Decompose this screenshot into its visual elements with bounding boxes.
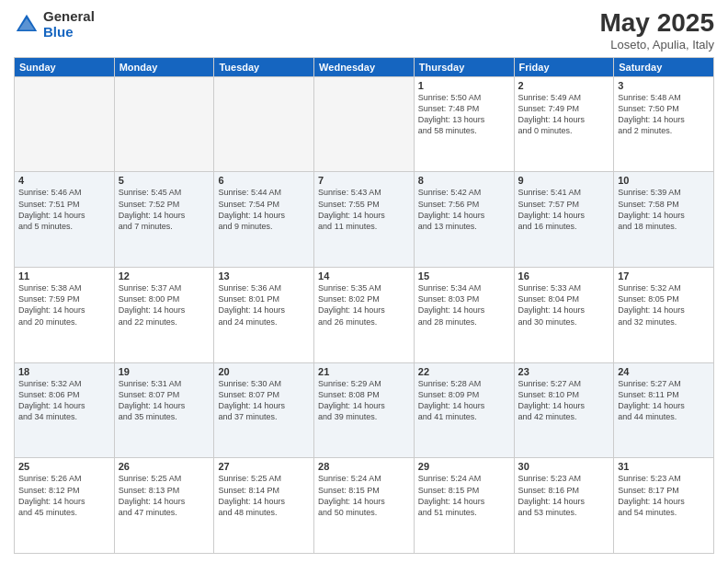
day-info: Sunrise: 5:26 AM Sunset: 8:12 PM Dayligh… bbox=[18, 473, 110, 518]
day-info: Sunrise: 5:34 AM Sunset: 8:03 PM Dayligh… bbox=[418, 282, 510, 327]
day-number: 11 bbox=[18, 270, 110, 282]
day-info: Sunrise: 5:25 AM Sunset: 8:14 PM Dayligh… bbox=[218, 473, 310, 518]
day-number: 23 bbox=[518, 366, 610, 377]
day-number: 1 bbox=[418, 80, 510, 91]
calendar: Sunday Monday Tuesday Wednesday Thursday… bbox=[14, 57, 714, 554]
calendar-cell: 29Sunrise: 5:24 AM Sunset: 8:15 PM Dayli… bbox=[414, 458, 514, 554]
calendar-cell: 9Sunrise: 5:41 AM Sunset: 7:57 PM Daylig… bbox=[514, 172, 614, 268]
day-number: 15 bbox=[418, 270, 510, 282]
calendar-cell: 21Sunrise: 5:29 AM Sunset: 8:08 PM Dayli… bbox=[314, 362, 415, 458]
day-number: 5 bbox=[119, 175, 210, 186]
page: General Blue May 2025 Loseto, Apulia, It… bbox=[0, 0, 728, 563]
day-number: 6 bbox=[218, 175, 310, 186]
day-number: 14 bbox=[318, 270, 410, 282]
calendar-cell: 5Sunrise: 5:45 AM Sunset: 7:52 PM Daylig… bbox=[114, 172, 214, 268]
calendar-cell: 19Sunrise: 5:31 AM Sunset: 8:07 PM Dayli… bbox=[114, 362, 214, 458]
day-info: Sunrise: 5:42 AM Sunset: 7:56 PM Dayligh… bbox=[418, 187, 510, 232]
day-number: 12 bbox=[119, 270, 210, 282]
day-number: 26 bbox=[119, 461, 210, 472]
title-block: May 2025 Loseto, Apulia, Italy bbox=[599, 9, 714, 52]
calendar-cell: 28Sunrise: 5:24 AM Sunset: 8:15 PM Dayli… bbox=[314, 458, 415, 554]
day-info: Sunrise: 5:45 AM Sunset: 7:52 PM Dayligh… bbox=[119, 187, 210, 232]
day-number: 16 bbox=[518, 270, 610, 282]
calendar-cell bbox=[114, 76, 214, 172]
day-info: Sunrise: 5:32 AM Sunset: 8:05 PM Dayligh… bbox=[618, 282, 710, 327]
day-number: 4 bbox=[18, 175, 110, 186]
calendar-cell: 27Sunrise: 5:25 AM Sunset: 8:14 PM Dayli… bbox=[214, 458, 314, 554]
calendar-cell: 10Sunrise: 5:39 AM Sunset: 7:58 PM Dayli… bbox=[614, 172, 714, 268]
calendar-cell: 11Sunrise: 5:38 AM Sunset: 7:59 PM Dayli… bbox=[15, 268, 115, 363]
calendar-cell: 16Sunrise: 5:33 AM Sunset: 8:04 PM Dayli… bbox=[514, 268, 614, 363]
location-subtitle: Loseto, Apulia, Italy bbox=[599, 38, 714, 52]
calendar-cell: 31Sunrise: 5:23 AM Sunset: 8:17 PM Dayli… bbox=[614, 458, 714, 554]
calendar-cell: 6Sunrise: 5:44 AM Sunset: 7:54 PM Daylig… bbox=[214, 172, 314, 268]
day-number: 7 bbox=[318, 175, 410, 186]
calendar-cell: 17Sunrise: 5:32 AM Sunset: 8:05 PM Dayli… bbox=[614, 268, 714, 363]
day-info: Sunrise: 5:27 AM Sunset: 8:11 PM Dayligh… bbox=[618, 378, 710, 423]
col-sunday: Sunday bbox=[15, 57, 115, 76]
month-title: May 2025 bbox=[599, 9, 714, 38]
calendar-cell bbox=[15, 76, 115, 172]
col-monday: Monday bbox=[114, 57, 214, 76]
col-tuesday: Tuesday bbox=[214, 57, 314, 76]
calendar-cell: 22Sunrise: 5:28 AM Sunset: 8:09 PM Dayli… bbox=[414, 362, 514, 458]
day-number: 10 bbox=[618, 175, 710, 186]
day-info: Sunrise: 5:33 AM Sunset: 8:04 PM Dayligh… bbox=[518, 282, 610, 327]
day-info: Sunrise: 5:23 AM Sunset: 8:16 PM Dayligh… bbox=[518, 473, 610, 518]
col-thursday: Thursday bbox=[414, 57, 514, 76]
day-info: Sunrise: 5:29 AM Sunset: 8:08 PM Dayligh… bbox=[318, 378, 410, 423]
calendar-cell: 30Sunrise: 5:23 AM Sunset: 8:16 PM Dayli… bbox=[514, 458, 614, 554]
logo-text: General Blue bbox=[43, 9, 95, 40]
calendar-cell: 8Sunrise: 5:42 AM Sunset: 7:56 PM Daylig… bbox=[414, 172, 514, 268]
calendar-cell: 24Sunrise: 5:27 AM Sunset: 8:11 PM Dayli… bbox=[614, 362, 714, 458]
day-info: Sunrise: 5:23 AM Sunset: 8:17 PM Dayligh… bbox=[618, 473, 710, 518]
day-info: Sunrise: 5:30 AM Sunset: 8:07 PM Dayligh… bbox=[218, 378, 310, 423]
calendar-cell: 18Sunrise: 5:32 AM Sunset: 8:06 PM Dayli… bbox=[15, 362, 115, 458]
day-info: Sunrise: 5:25 AM Sunset: 8:13 PM Dayligh… bbox=[119, 473, 210, 518]
day-number: 3 bbox=[618, 80, 710, 91]
day-info: Sunrise: 5:39 AM Sunset: 7:58 PM Dayligh… bbox=[618, 187, 710, 232]
calendar-cell: 13Sunrise: 5:36 AM Sunset: 8:01 PM Dayli… bbox=[214, 268, 314, 363]
col-friday: Friday bbox=[514, 57, 614, 76]
calendar-cell: 20Sunrise: 5:30 AM Sunset: 8:07 PM Dayli… bbox=[214, 362, 314, 458]
day-number: 2 bbox=[518, 80, 610, 91]
col-saturday: Saturday bbox=[614, 57, 714, 76]
day-info: Sunrise: 5:46 AM Sunset: 7:51 PM Dayligh… bbox=[18, 187, 110, 232]
day-number: 8 bbox=[418, 175, 510, 186]
calendar-cell: 12Sunrise: 5:37 AM Sunset: 8:00 PM Dayli… bbox=[114, 268, 214, 363]
calendar-cell: 4Sunrise: 5:46 AM Sunset: 7:51 PM Daylig… bbox=[15, 172, 115, 268]
day-info: Sunrise: 5:28 AM Sunset: 8:09 PM Dayligh… bbox=[418, 378, 510, 423]
day-number: 24 bbox=[618, 366, 710, 377]
calendar-cell: 14Sunrise: 5:35 AM Sunset: 8:02 PM Dayli… bbox=[314, 268, 415, 363]
day-info: Sunrise: 5:24 AM Sunset: 8:15 PM Dayligh… bbox=[318, 473, 410, 518]
calendar-cell: 7Sunrise: 5:43 AM Sunset: 7:55 PM Daylig… bbox=[314, 172, 415, 268]
day-info: Sunrise: 5:38 AM Sunset: 7:59 PM Dayligh… bbox=[18, 282, 110, 327]
day-info: Sunrise: 5:49 AM Sunset: 7:49 PM Dayligh… bbox=[518, 92, 610, 137]
day-number: 31 bbox=[618, 461, 710, 472]
calendar-cell: 1Sunrise: 5:50 AM Sunset: 7:48 PM Daylig… bbox=[414, 76, 514, 172]
day-info: Sunrise: 5:27 AM Sunset: 8:10 PM Dayligh… bbox=[518, 378, 610, 423]
day-info: Sunrise: 5:43 AM Sunset: 7:55 PM Dayligh… bbox=[318, 187, 410, 232]
calendar-cell: 23Sunrise: 5:27 AM Sunset: 8:10 PM Dayli… bbox=[514, 362, 614, 458]
logo-icon bbox=[14, 12, 40, 38]
day-info: Sunrise: 5:31 AM Sunset: 8:07 PM Dayligh… bbox=[119, 378, 210, 423]
calendar-cell: 25Sunrise: 5:26 AM Sunset: 8:12 PM Dayli… bbox=[15, 458, 115, 554]
header: General Blue May 2025 Loseto, Apulia, It… bbox=[14, 9, 714, 52]
day-number: 30 bbox=[518, 461, 610, 472]
day-number: 17 bbox=[618, 270, 710, 282]
day-number: 18 bbox=[18, 366, 110, 377]
day-info: Sunrise: 5:44 AM Sunset: 7:54 PM Dayligh… bbox=[218, 187, 310, 232]
day-number: 9 bbox=[518, 175, 610, 186]
day-info: Sunrise: 5:48 AM Sunset: 7:50 PM Dayligh… bbox=[618, 92, 710, 137]
calendar-cell bbox=[314, 76, 415, 172]
logo-blue: Blue bbox=[43, 24, 74, 40]
day-info: Sunrise: 5:24 AM Sunset: 8:15 PM Dayligh… bbox=[418, 473, 510, 518]
day-number: 22 bbox=[418, 366, 510, 377]
day-info: Sunrise: 5:41 AM Sunset: 7:57 PM Dayligh… bbox=[518, 187, 610, 232]
day-number: 20 bbox=[218, 366, 310, 377]
calendar-cell bbox=[214, 76, 314, 172]
calendar-cell: 3Sunrise: 5:48 AM Sunset: 7:50 PM Daylig… bbox=[614, 76, 714, 172]
day-number: 29 bbox=[418, 461, 510, 472]
col-wednesday: Wednesday bbox=[314, 57, 415, 76]
day-info: Sunrise: 5:35 AM Sunset: 8:02 PM Dayligh… bbox=[318, 282, 410, 327]
